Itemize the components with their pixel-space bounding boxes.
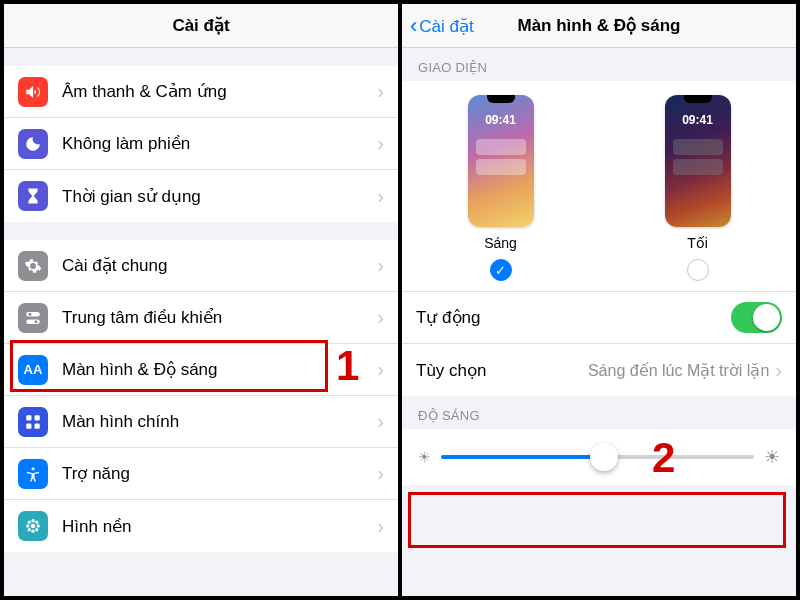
svg-point-16 xyxy=(28,528,31,531)
callout-box-2 xyxy=(408,492,786,548)
hourglass-icon xyxy=(18,181,48,211)
appearance-picker: 09:41 Sáng ✓ 09:41 Tối xyxy=(402,81,796,292)
flower-icon xyxy=(18,511,48,541)
phone-preview-light: 09:41 xyxy=(468,95,534,227)
svg-point-3 xyxy=(35,320,38,323)
svg-point-13 xyxy=(37,524,40,527)
row-dnd[interactable]: Không làm phiền › xyxy=(4,118,398,170)
svg-rect-7 xyxy=(35,423,40,428)
settings-header: Cài đặt xyxy=(4,4,398,48)
preview-time: 09:41 xyxy=(665,113,731,127)
phone-preview-dark: 09:41 xyxy=(665,95,731,227)
options-label: Tùy chọn xyxy=(416,360,588,381)
chevron-right-icon: › xyxy=(377,306,384,329)
switches-icon xyxy=(18,303,48,333)
row-label: Trợ năng xyxy=(62,463,377,484)
appearance-section-label: GIAO DIỆN xyxy=(402,48,796,81)
back-label: Cài đặt xyxy=(419,16,473,37)
brightness-section-label: ĐỘ SÁNG xyxy=(402,396,796,429)
options-value: Sáng đến lúc Mặt trời lặn xyxy=(588,361,769,380)
group-separator xyxy=(4,222,398,240)
brightness-thumb[interactable] xyxy=(590,443,618,471)
display-brightness-pane: ‹ Cài đặt Màn hình & Độ sáng GIAO DIỆN 0… xyxy=(400,0,800,600)
moon-icon xyxy=(18,129,48,159)
chevron-left-icon: ‹ xyxy=(410,13,417,39)
chevron-right-icon: › xyxy=(377,254,384,277)
row-label: Thời gian sử dụng xyxy=(62,186,377,207)
settings-group-2: Cài đặt chung › Trung tâm điều khiển › A… xyxy=(4,240,398,552)
grid-icon xyxy=(18,407,48,437)
display-title: Màn hình & Độ sáng xyxy=(518,15,681,36)
light-label: Sáng xyxy=(484,235,517,251)
appearance-light-option[interactable]: 09:41 Sáng ✓ xyxy=(402,95,599,281)
row-controlcenter[interactable]: Trung tâm điều khiển › xyxy=(4,292,398,344)
row-label: Màn hình chính xyxy=(62,412,377,432)
settings-group-1: Âm thanh & Cảm ứng › Không làm phiền › T… xyxy=(4,66,398,222)
row-sound[interactable]: Âm thanh & Cảm ứng › xyxy=(4,66,398,118)
automatic-label: Tự động xyxy=(416,307,731,328)
svg-point-10 xyxy=(31,519,34,522)
sun-large-icon: ☀︎ xyxy=(764,446,780,468)
svg-point-8 xyxy=(32,467,35,470)
svg-rect-6 xyxy=(26,423,31,428)
svg-point-15 xyxy=(35,521,38,524)
light-radio[interactable]: ✓ xyxy=(490,259,512,281)
preview-time: 09:41 xyxy=(468,113,534,127)
chevron-right-icon: › xyxy=(775,359,782,382)
row-label: Trung tâm điều khiển xyxy=(62,307,377,328)
brightness-row: ☀︎ ☀︎ xyxy=(402,429,796,485)
row-options[interactable]: Tùy chọn Sáng đến lúc Mặt trời lặn › xyxy=(402,344,796,396)
row-homescreen[interactable]: Màn hình chính › xyxy=(4,396,398,448)
svg-rect-4 xyxy=(26,415,31,420)
group-separator xyxy=(4,48,398,66)
chevron-right-icon: › xyxy=(377,515,384,538)
row-label: Âm thanh & Cảm ứng xyxy=(62,81,377,102)
chevron-right-icon: › xyxy=(377,185,384,208)
row-general[interactable]: Cài đặt chung › xyxy=(4,240,398,292)
svg-point-2 xyxy=(29,312,32,315)
callout-box-1 xyxy=(10,340,328,392)
svg-rect-1 xyxy=(26,319,40,324)
row-accessibility[interactable]: Trợ năng › xyxy=(4,448,398,500)
speaker-icon xyxy=(18,77,48,107)
settings-list-pane: Cài đặt Âm thanh & Cảm ứng › Không làm p… xyxy=(0,0,400,600)
row-screentime[interactable]: Thời gian sử dụng › xyxy=(4,170,398,222)
svg-point-12 xyxy=(26,524,29,527)
automatic-toggle[interactable] xyxy=(731,302,782,333)
callout-number-1: 1 xyxy=(336,342,359,390)
callout-number-2: 2 xyxy=(652,434,675,482)
display-header: ‹ Cài đặt Màn hình & Độ sáng xyxy=(402,4,796,48)
row-label: Không làm phiền xyxy=(62,133,377,154)
brightness-slider[interactable] xyxy=(441,443,754,471)
appearance-settings: Tự động Tùy chọn Sáng đến lúc Mặt trời l… xyxy=(402,292,796,396)
svg-point-14 xyxy=(28,521,31,524)
svg-rect-0 xyxy=(26,312,40,317)
settings-title: Cài đặt xyxy=(172,15,229,36)
chevron-right-icon: › xyxy=(377,132,384,155)
gear-icon xyxy=(18,251,48,281)
row-wallpaper[interactable]: Hình nền › xyxy=(4,500,398,552)
chevron-right-icon: › xyxy=(377,80,384,103)
svg-point-9 xyxy=(31,524,36,529)
row-label: Hình nền xyxy=(62,516,377,537)
row-label: Cài đặt chung xyxy=(62,255,377,276)
dark-label: Tối xyxy=(687,235,708,251)
row-automatic[interactable]: Tự động xyxy=(402,292,796,344)
dark-radio[interactable] xyxy=(687,259,709,281)
accessibility-icon xyxy=(18,459,48,489)
sun-small-icon: ☀︎ xyxy=(418,449,431,465)
brightness-fill xyxy=(441,455,604,459)
svg-point-11 xyxy=(31,530,34,533)
svg-rect-5 xyxy=(35,415,40,420)
chevron-right-icon: › xyxy=(377,410,384,433)
appearance-dark-option[interactable]: 09:41 Tối xyxy=(599,95,796,281)
chevron-right-icon: › xyxy=(377,462,384,485)
chevron-right-icon: › xyxy=(377,358,384,381)
back-button[interactable]: ‹ Cài đặt xyxy=(410,4,474,48)
svg-point-17 xyxy=(35,528,38,531)
